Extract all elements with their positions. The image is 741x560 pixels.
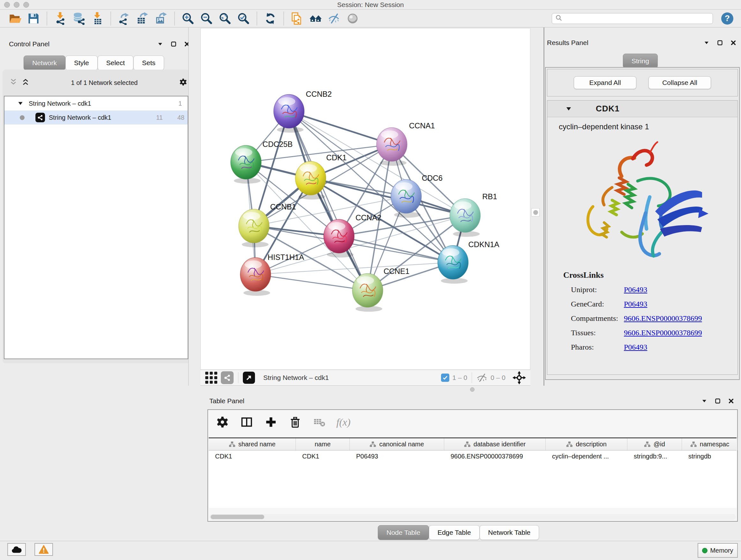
panel-float-icon[interactable] (715, 398, 721, 404)
crosslink-link[interactable]: P06493 (624, 343, 647, 351)
warnings-button[interactable] (35, 543, 53, 556)
selected-checkbox[interactable] (441, 374, 449, 382)
network-node-CDKN1A[interactable] (438, 246, 468, 284)
import-table-button[interactable] (88, 11, 107, 26)
collapse-all-networks-icon[interactable] (10, 78, 17, 87)
network-graph[interactable]: CCNB2CCNA1CDC25BCDK1CDC6RB1CCNB1CCNA2CDK… (201, 28, 530, 369)
entry-collapse-icon[interactable] (565, 105, 572, 112)
open-view-in-window-button[interactable] (243, 372, 255, 384)
open-file-button[interactable] (6, 11, 24, 26)
expand-all-networks-icon[interactable] (22, 78, 29, 87)
network-node-CCNB1[interactable] (239, 209, 269, 247)
panel-menu-icon[interactable] (157, 41, 163, 47)
add-column-icon[interactable] (264, 415, 278, 429)
zoom-out-button[interactable] (197, 11, 216, 26)
column-header-description[interactable]: description (546, 438, 627, 450)
network-edge[interactable] (339, 236, 453, 262)
bottom-splitter-handle[interactable] (470, 387, 475, 392)
node-table-header: shared namenamecanonical namedatabase id… (209, 438, 737, 450)
network-node-CCNA2[interactable] (324, 219, 354, 258)
panel-float-icon[interactable] (171, 41, 177, 47)
left-splitter[interactable] (188, 27, 200, 386)
crosslink-link[interactable]: P06493 (624, 300, 647, 308)
network-edge[interactable] (311, 178, 465, 215)
zoom-fit-button[interactable] (216, 11, 234, 26)
refresh-view-button[interactable] (261, 11, 280, 26)
collapse-all-button[interactable]: Collapse All (649, 76, 711, 89)
column-header-canonical-name[interactable]: canonical name (350, 438, 444, 450)
column-header-name[interactable]: name (296, 438, 350, 450)
import-network-file-button[interactable] (51, 11, 70, 26)
zoom-selected-button[interactable] (234, 11, 253, 26)
show-columns-icon[interactable] (239, 415, 254, 429)
network-row[interactable]: String Network – cdk1 11 48 (4, 111, 188, 125)
panel-close-icon[interactable] (728, 398, 734, 404)
panel-menu-icon[interactable] (701, 398, 708, 404)
crosslink-link[interactable]: 9606.ENSP00000378699 (624, 328, 702, 337)
network-share-icon[interactable] (221, 371, 233, 384)
network-selection-status: 1 of 1 Network selected (29, 79, 179, 86)
tab-network[interactable]: Network (23, 56, 65, 70)
table-row[interactable]: CDK1CDK1P064939606.ENSP00000378699cyclin… (209, 450, 737, 462)
node-label-CDC25B: CDC25B (263, 140, 293, 148)
crosslink-link[interactable]: P06493 (624, 286, 647, 294)
table-cell: 9606.ENSP00000378699 (444, 450, 546, 462)
export-network-button[interactable] (115, 11, 133, 26)
network-node-RB1[interactable] (450, 199, 480, 237)
save-session-button[interactable] (24, 11, 43, 26)
search-box[interactable] (552, 13, 713, 24)
crosslink-link[interactable]: 9606.ENSP00000378699 (624, 314, 702, 322)
protein-entry-header[interactable]: CDK1 (547, 101, 738, 117)
tab-node-table[interactable]: Node Table (378, 525, 429, 540)
scrollbar-thumb[interactable] (211, 515, 264, 519)
import-network-database-button[interactable] (70, 11, 88, 26)
network-node-HIST1H1A[interactable] (240, 258, 271, 296)
table-settings-gear-icon[interactable] (215, 415, 230, 429)
expand-all-button[interactable]: Expand All (574, 76, 636, 89)
tab-sets[interactable]: Sets (133, 56, 164, 70)
network-edge[interactable] (289, 111, 392, 145)
network-node-CCNE1[interactable] (352, 273, 383, 312)
network-edge[interactable] (289, 111, 367, 291)
panel-menu-icon[interactable] (703, 40, 710, 46)
bottom-splitter[interactable] (200, 386, 741, 393)
delete-column-icon[interactable] (288, 415, 302, 429)
zoom-in-button[interactable] (179, 11, 197, 26)
table-horizontal-scrollbar[interactable] (209, 514, 736, 520)
delete-table-icon (312, 415, 327, 429)
panel-close-icon[interactable] (730, 40, 737, 46)
tab-string[interactable]: String (623, 54, 658, 68)
clone-network-button[interactable] (288, 11, 307, 26)
search-input[interactable] (564, 15, 710, 22)
tab-style[interactable]: Style (65, 56, 98, 70)
network-collection-row[interactable]: String Network – cdk1 1 (4, 97, 188, 111)
network-node-CDC25B[interactable] (231, 145, 261, 184)
network-node-CCNB2[interactable] (274, 95, 305, 133)
right-splitter[interactable] (530, 27, 544, 386)
hide-graphics-details-button[interactable] (325, 11, 343, 26)
show-graphics-details-button[interactable] (343, 11, 362, 26)
column-header-shared-name[interactable]: shared name (209, 438, 296, 450)
pan-mode-icon[interactable] (513, 371, 526, 384)
network-options-gear-icon[interactable] (179, 78, 187, 87)
help-button[interactable]: ? (721, 12, 733, 24)
tab-network-table[interactable]: Network Table (480, 525, 539, 540)
network-canvas[interactable]: CCNB2CCNA1CDC25BCDK1CDC6RB1CCNB1CCNA2CDK… (200, 28, 530, 370)
column-header--id[interactable]: @id (627, 438, 682, 450)
tree-expander-icon[interactable] (17, 100, 23, 107)
tab-select[interactable]: Select (98, 56, 133, 70)
tab-edge-table[interactable]: Edge Table (429, 525, 480, 540)
results-panel: Results Panel String Expand All Collapse… (544, 27, 741, 386)
panel-float-icon[interactable] (717, 40, 723, 46)
home-button[interactable] (307, 11, 325, 26)
right-splitter-handle[interactable] (531, 208, 540, 216)
column-header-database-identifier[interactable]: database identifier (444, 438, 546, 450)
network-node-CCNA1[interactable] (377, 127, 407, 166)
export-table-button[interactable] (133, 11, 152, 26)
export-image-button[interactable] (152, 11, 171, 26)
cloud-button[interactable] (7, 543, 26, 556)
column-header-namespac[interactable]: namespac (682, 438, 738, 450)
memory-button[interactable]: Memory (697, 543, 738, 558)
network-edge[interactable] (256, 274, 367, 291)
birds-eye-view-icon[interactable] (205, 371, 218, 384)
